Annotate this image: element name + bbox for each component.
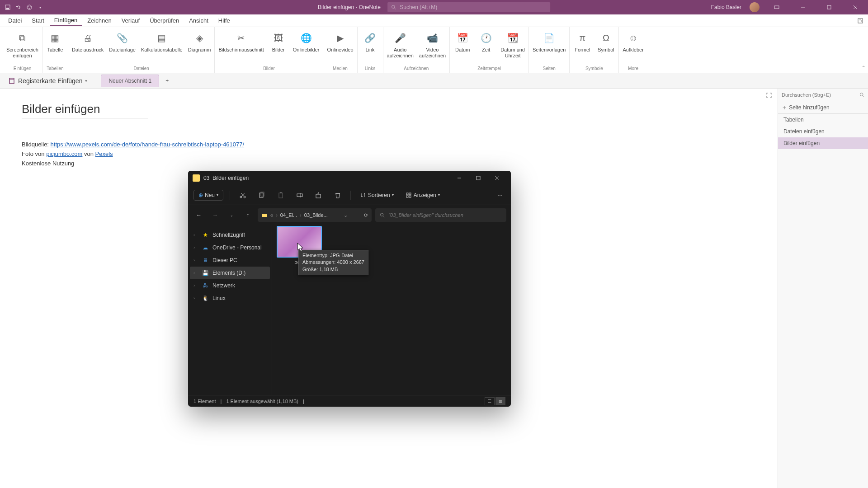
pages-search-input[interactable] [782, 92, 859, 98]
redo-icon[interactable] [26, 4, 33, 10]
copy-icon[interactable] [255, 190, 268, 201]
paste-icon[interactable] [274, 190, 287, 201]
path-dropdown-icon[interactable]: ⌄ [344, 212, 348, 218]
site-link[interactable]: Pexels [95, 150, 113, 157]
ribbon-screenshot[interactable]: ⧉Screenbereich einfügen [6, 31, 38, 59]
ribbon-symbol[interactable]: ΩSymbol [597, 31, 615, 53]
more-icon[interactable]: ⋯ [495, 190, 505, 200]
ribbon-date[interactable]: 📅Datum [453, 31, 472, 53]
tree-item-linux[interactable]: ›🐧Linux [190, 292, 270, 305]
explorer-titlebar[interactable]: 03_Bilder einfügen [188, 171, 511, 185]
refresh-icon[interactable]: ⟳ [364, 212, 368, 218]
path-segment[interactable]: 04_Ei... [280, 212, 297, 218]
fullscreen-icon[interactable] [766, 92, 772, 99]
menu-tab-start[interactable]: Start [27, 15, 48, 26]
forward-icon[interactable]: → [209, 209, 222, 221]
user-avatar[interactable] [750, 2, 760, 12]
ribbon-clip[interactable]: ✂Bildschirmausschnitt [218, 31, 264, 53]
add-page-button[interactable]: + Seite hinzufügen [778, 101, 868, 114]
chevron-right-icon[interactable]: › [193, 233, 198, 237]
ribbon-datetime[interactable]: 📆Datum und Uhrzeit [500, 31, 525, 59]
up-icon[interactable]: ↑ [241, 209, 254, 221]
ribbon-video[interactable]: ▶Onlinevideo [327, 31, 353, 53]
menu-tab-zeichnen[interactable]: Zeichnen [83, 15, 116, 26]
ribbon-audio[interactable]: 🎤Audio aufzeichnen [387, 31, 414, 59]
chevron-right-icon[interactable]: › [193, 296, 198, 300]
recent-dropdown-icon[interactable]: ⌄ [225, 209, 238, 221]
tree-item-pc[interactable]: ›🖥Dieser PC [190, 254, 270, 267]
explorer-content[interactable]: be... Elementtyp: JPG-Datei Abmessungen:… [272, 225, 511, 395]
source-link[interactable]: https://www.pexels.com/de-de/foto/hande-… [51, 141, 245, 148]
explorer-search[interactable] [375, 208, 506, 222]
ribbon-visio[interactable]: ◈Diagramm [188, 31, 211, 53]
tree-item-network[interactable]: ›🖧Netzwerk [190, 279, 270, 292]
ribbon-sticker[interactable]: ☺Aufkleber [623, 31, 643, 53]
ribbon-table[interactable]: ▦Tabelle [46, 31, 64, 53]
menu-tab-einfügen[interactable]: Einfügen [50, 15, 82, 26]
ribbon-online-image[interactable]: 🌐Onlinebilder [293, 31, 320, 53]
menu-tab-hilfe[interactable]: Hilfe [214, 15, 235, 26]
address-bar[interactable]: «›04_Ei...›03_Bilde...⌄⟳ [258, 208, 372, 222]
explorer-maximize-icon[interactable] [469, 172, 487, 184]
ribbon-attach[interactable]: 📎Dateianlage [109, 31, 136, 53]
section-tab[interactable]: Neuer Abschnitt 1 [101, 75, 159, 87]
ribbon-time[interactable]: 🕐Zeit [477, 31, 495, 53]
ribbon-printout[interactable]: 🖨Dateiausdruck [72, 31, 104, 53]
page-item[interactable]: Bilder einfügen [778, 137, 868, 149]
global-search-input[interactable] [400, 4, 547, 10]
share-icon[interactable] [857, 18, 863, 24]
ribbon-link[interactable]: 🔗Link [361, 31, 379, 53]
tree-item-star[interactable]: ›★Schnellzugriff [190, 229, 270, 241]
menu-tab-ansicht[interactable]: Ansicht [184, 15, 213, 26]
author-link[interactable]: picjumbo.com [46, 150, 82, 157]
tree-item-cloud[interactable]: ›☁OneDrive - Personal [190, 241, 270, 254]
menu-tab-verlauf[interactable]: Verlauf [117, 15, 144, 26]
chevron-right-icon[interactable]: › [193, 283, 198, 288]
ribbon-image[interactable]: 🖼Bilder [269, 31, 288, 53]
view-button[interactable]: Anzeigen▾ [403, 190, 443, 200]
chevron-right-icon[interactable]: › [193, 258, 198, 263]
page-item[interactable]: Dateien einfügen [778, 126, 868, 137]
note-body[interactable]: Bildquelle: https://www.pexels.com/de-de… [22, 140, 769, 168]
video-rec-icon: 📹 [425, 31, 440, 45]
notebook-dropdown[interactable]: Registerkarte Einfügen ▾ [4, 75, 92, 86]
maximize-icon[interactable] [820, 0, 838, 14]
pages-search[interactable] [778, 89, 868, 101]
user-name[interactable]: Fabio Basler [711, 4, 741, 10]
thumbnail-view-icon[interactable]: ▦ [495, 397, 505, 405]
ribbon-video-rec[interactable]: 📹Video aufzeichnen [419, 31, 446, 59]
minimize-icon[interactable] [794, 0, 812, 14]
svg-rect-18 [476, 176, 480, 180]
delete-icon[interactable] [331, 190, 344, 201]
rename-icon[interactable] [293, 190, 306, 201]
ribbon-mode-icon[interactable] [768, 0, 786, 14]
ribbon-collapse-icon[interactable]: ⌃ [862, 65, 865, 70]
share-icon[interactable] [312, 190, 325, 201]
menu-tab-datei[interactable]: Datei [4, 15, 26, 26]
qat-dropdown-icon[interactable]: ▾ [37, 4, 43, 10]
add-section-button[interactable]: + [161, 75, 173, 87]
ribbon-excel[interactable]: ▤Kalkulationstabelle [141, 31, 183, 53]
sort-button[interactable]: Sortieren▾ [357, 190, 396, 200]
menu-tab-überprüfen[interactable]: Überprüfen [145, 15, 184, 26]
chevron-right-icon[interactable]: › [193, 245, 198, 250]
page-title[interactable]: Bilder einfügen [22, 102, 148, 118]
back-icon[interactable]: ← [193, 209, 205, 221]
close-icon[interactable] [846, 0, 864, 14]
explorer-search-input[interactable] [388, 212, 502, 218]
ribbon-template[interactable]: 📄Seitenvorlagen [533, 31, 566, 53]
chevron-right-icon[interactable]: › [193, 271, 198, 275]
explorer-close-icon[interactable] [488, 172, 506, 184]
new-button[interactable]: ⊕ Neu ▾ [193, 190, 223, 201]
global-search[interactable] [387, 2, 550, 12]
path-segment[interactable]: 03_Bilde... [304, 212, 328, 218]
ribbon-formula[interactable]: πFormel [573, 31, 591, 53]
path-segment[interactable]: « [270, 212, 273, 218]
autosave-icon[interactable] [5, 4, 11, 10]
details-view-icon[interactable]: ☰ [485, 397, 495, 405]
page-item[interactable]: Tabellen [778, 114, 868, 126]
cut-icon[interactable] [236, 190, 249, 201]
undo-icon[interactable] [15, 4, 22, 10]
explorer-minimize-icon[interactable] [450, 172, 468, 184]
tree-item-drive[interactable]: ›💾Elements (D:) [190, 267, 270, 279]
